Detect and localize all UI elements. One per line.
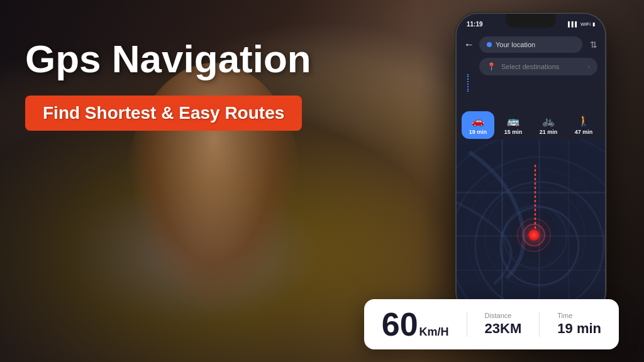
destination-chevron-icon: › <box>588 63 590 70</box>
time-stat: Time 19 min <box>557 312 601 337</box>
location-input-field[interactable]: Your location <box>479 36 582 53</box>
distance-value: 23KM <box>485 321 522 337</box>
bus-time: 15 min <box>504 129 523 135</box>
bike-icon: 🚲 <box>542 115 555 127</box>
stats-bar: 60 Km/H Distance 23KM Time 19 min <box>364 299 619 349</box>
battery-icon: ▮ <box>592 21 595 27</box>
phone-frame: 11:19 ▌▌▌ WiFi ▮ ← Your location ⇅ <box>455 13 606 314</box>
speed-unit: Km/H <box>419 326 449 339</box>
left-content-area: Gps Navigation Find Shortest & Easy Rout… <box>25 38 311 131</box>
signal-icon: ▌▌▌ <box>568 21 579 27</box>
transport-tab-walk[interactable]: 🚶 47 min <box>567 111 600 139</box>
transport-tab-bike[interactable]: 🚲 21 min <box>532 111 565 139</box>
walk-time: 47 min <box>575 129 593 135</box>
walk-icon: 🚶 <box>577 115 590 127</box>
nav-header: ← Your location ⇅ 📍 Select destinations <box>457 31 605 80</box>
status-icons: ▌▌▌ WiFi ▮ <box>568 21 595 27</box>
status-time: 11:19 <box>467 21 483 28</box>
distance-label: Distance <box>485 312 512 319</box>
transport-tab-bus[interactable]: 🚌 15 min <box>497 111 530 139</box>
distance-stat: Distance 23KM <box>485 312 522 337</box>
destination-text: Select destinations <box>501 63 559 70</box>
phone-screen: 11:19 ▌▌▌ WiFi ▮ ← Your location ⇅ <box>457 14 605 313</box>
car-icon: 🚗 <box>472 115 484 127</box>
subtitle-badge: Find Shortest & Easy Routes <box>25 96 302 131</box>
destination-row: 📍 Select destinations › <box>464 58 597 75</box>
map-area <box>457 140 605 313</box>
main-title: Gps Navigation <box>25 38 311 80</box>
phone-mockup: 11:19 ▌▌▌ WiFi ▮ ← Your location ⇅ <box>455 13 606 314</box>
bus-icon: 🚌 <box>507 115 519 127</box>
bike-time: 21 min <box>540 129 558 135</box>
time-label: Time <box>557 312 572 319</box>
destination-pin-icon: 📍 <box>487 62 496 71</box>
speed-number: 60 <box>382 308 418 341</box>
location-text: Your location <box>496 41 535 48</box>
time-value: 19 min <box>557 321 601 337</box>
phone-notch <box>506 14 556 28</box>
stats-divider-1 <box>467 312 467 337</box>
speed-display: 60 Km/H <box>382 308 449 341</box>
car-time: 19 min <box>469 129 487 135</box>
transport-tabs: 🚗 19 min 🚌 15 min 🚲 21 min 🚶 47 min <box>457 111 605 139</box>
back-arrow-icon[interactable]: ← <box>464 39 474 50</box>
transport-tab-car[interactable]: 🚗 19 min <box>462 111 494 139</box>
swap-icon[interactable]: ⇅ <box>590 40 597 50</box>
map-location-dot <box>528 229 540 241</box>
wifi-icon: WiFi <box>580 21 591 27</box>
route-dotted-line <box>467 74 469 92</box>
location-dot-icon <box>487 42 492 47</box>
destination-input-field[interactable]: 📍 Select destinations › <box>479 58 597 75</box>
nav-back-row: ← Your location ⇅ <box>464 36 597 53</box>
stats-divider-2 <box>539 312 540 337</box>
